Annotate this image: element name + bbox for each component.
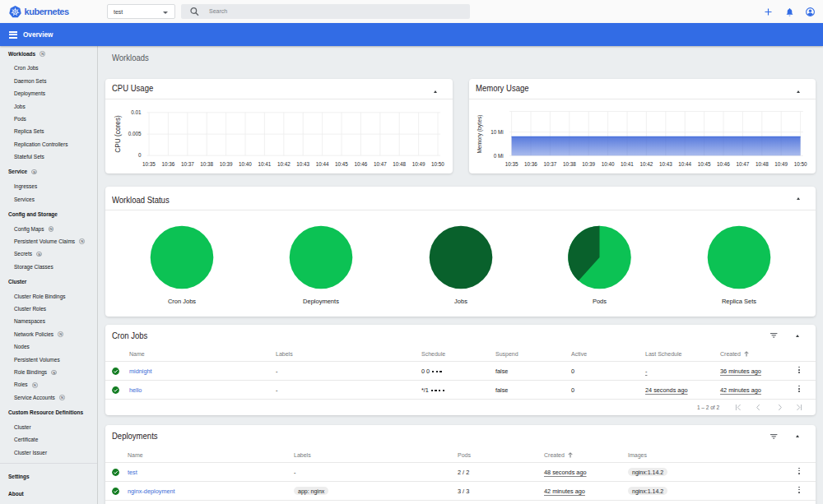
svg-text:10:35: 10:35 [505,161,518,167]
svg-text:10:41: 10:41 [621,161,634,167]
svg-text:10:35: 10:35 [142,161,156,167]
svg-text:10:43: 10:43 [296,161,309,167]
svg-text:10:47: 10:47 [374,161,387,167]
svg-text:CPU (cores): CPU (cores) [114,115,122,153]
svg-text:10 Mi: 10 Mi [491,129,503,135]
svg-text:10:41: 10:41 [258,161,272,167]
svg-text:10:46: 10:46 [355,161,368,167]
svg-text:10:40: 10:40 [239,161,252,167]
svg-text:10:44: 10:44 [678,161,691,167]
svg-text:0.005: 0.005 [128,131,142,136]
svg-text:10:42: 10:42 [640,161,653,167]
svg-text:10:43: 10:43 [659,161,672,167]
svg-text:0: 0 [138,152,142,158]
svg-text:10:36: 10:36 [162,161,175,167]
svg-text:10:47: 10:47 [737,161,750,167]
svg-text:10:40: 10:40 [602,161,615,167]
svg-text:10:45: 10:45 [335,161,348,167]
svg-text:10:38: 10:38 [563,161,576,167]
svg-text:10:49: 10:49 [774,161,788,167]
svg-text:10:50: 10:50 [431,161,444,167]
svg-text:0.01: 0.01 [131,109,142,115]
svg-text:10:42: 10:42 [277,161,291,167]
svg-text:0 Mi: 0 Mi [494,153,504,159]
svg-text:Memory (bytes): Memory (bytes) [477,114,483,153]
svg-text:10:45: 10:45 [698,161,711,167]
svg-text:Pods: Pods [593,298,607,305]
svg-text:10:38: 10:38 [200,161,213,167]
svg-text:Replica Sets: Replica Sets [722,298,756,305]
svg-text:10:48: 10:48 [393,161,406,167]
svg-text:Cron Jobs: Cron Jobs [168,298,196,305]
svg-text:Deployments: Deployments [303,298,339,305]
svg-text:10:37: 10:37 [544,161,557,167]
svg-text:Jobs: Jobs [454,298,467,305]
svg-text:10:39: 10:39 [582,161,595,167]
svg-text:10:36: 10:36 [524,161,537,167]
svg-text:10:46: 10:46 [717,161,730,167]
svg-text:10:39: 10:39 [220,161,233,167]
svg-text:10:48: 10:48 [756,161,769,167]
svg-text:10:44: 10:44 [316,161,329,167]
svg-text:10:37: 10:37 [181,161,194,167]
svg-text:10:50: 10:50 [794,161,807,167]
svg-text:10:49: 10:49 [412,161,425,167]
